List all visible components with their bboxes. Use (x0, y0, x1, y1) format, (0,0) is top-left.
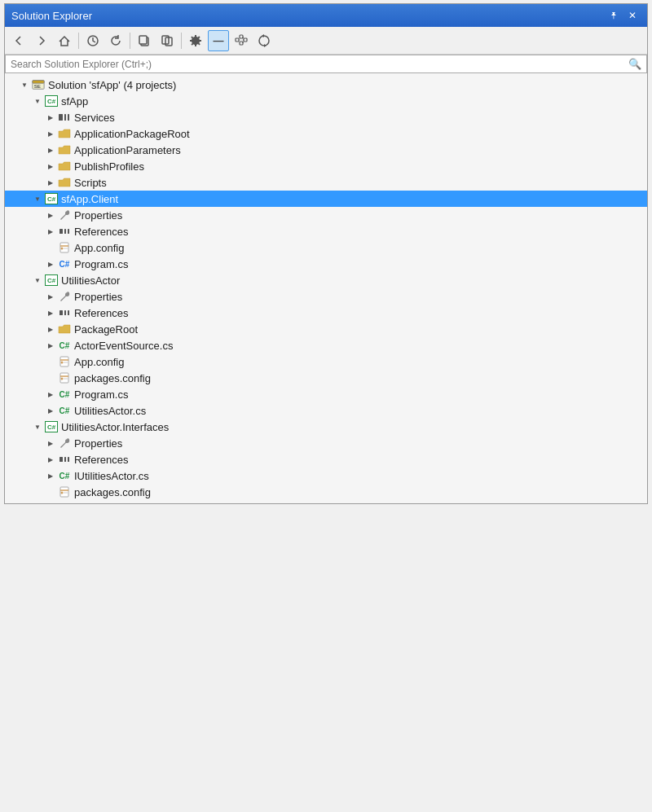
tree-item-sfapp-client-programcs[interactable]: ▶ C# Program.cs (5, 256, 647, 272)
tree-item-utilitiesactor-appconfig[interactable]: App.config (5, 353, 647, 370)
wrench-icon-properties (57, 208, 72, 222)
tree-item-solution[interactable]: ▼ SE Solution 'sfApp' (4 projects) (5, 77, 647, 93)
svg-rect-17 (68, 229, 69, 234)
config-icon-ua-packagesconfig (57, 371, 72, 384)
expand-apppackageroot[interactable]: ▶ (44, 127, 57, 140)
expand-iutilitiesactorcs[interactable]: ▶ (44, 469, 57, 482)
tree-item-utilitiesactor-programcs[interactable]: ▶ C# Program.cs (5, 386, 647, 402)
settings-button[interactable] (185, 30, 206, 51)
svg-rect-7 (240, 42, 243, 45)
tree-container[interactable]: ▼ SE Solution 'sfApp' (4 projects) ▼ C# … (5, 73, 647, 503)
tree-item-utilitiesactor-interfaces[interactable]: ▼ C# UtilitiesActor.Interfaces (5, 419, 647, 435)
svg-rect-16 (64, 229, 66, 234)
expand-utilitiesactor-references[interactable]: ▶ (44, 306, 57, 319)
svg-rect-5 (236, 38, 239, 42)
tree-item-utilitiesactorcs[interactable]: ▶ C# UtilitiesActor.cs (5, 402, 647, 419)
expand-sfapp-client-properties[interactable]: ▶ (44, 208, 57, 222)
tree-item-actoreventsource[interactable]: ▶ C# ActorEventSource.cs (5, 337, 647, 353)
separator-1 (78, 33, 79, 49)
tree-item-uai-properties[interactable]: ▶ Properties (5, 435, 647, 451)
svg-rect-13 (64, 114, 66, 121)
expand-appparameters[interactable]: ▶ (44, 143, 57, 156)
config-icon-appconfig (57, 241, 72, 254)
expand-actoreventsource[interactable]: ▶ (44, 339, 57, 352)
tree-item-uai-references[interactable]: ▶ References (5, 451, 647, 467)
svg-rect-28 (64, 457, 66, 462)
svg-rect-2 (139, 36, 147, 44)
tree-item-iutilitiesactorcs[interactable]: ▶ C# IUtilitiesActor.cs (5, 467, 647, 484)
sfapp-icon: C# (44, 94, 59, 108)
tree-item-appparameters[interactable]: ▶ ApplicationParameters (5, 142, 647, 158)
expand-sfapp-client-references[interactable]: ▶ (44, 225, 57, 238)
utilitiesactor-interfaces-label: UtilitiesActor.Interfaces (61, 421, 169, 433)
expand-uai-references[interactable]: ▶ (44, 453, 57, 466)
expand-uai-properties[interactable]: ▶ (44, 437, 57, 450)
solution-label: Solution 'sfApp' (4 projects) (48, 79, 176, 91)
tree-item-utilitiesactor[interactable]: ▼ C# UtilitiesActor (5, 272, 647, 288)
expand-utilitiesactor-programcs[interactable]: ▶ (44, 388, 57, 401)
tree-item-services[interactable]: ▶ Services (5, 109, 647, 125)
config-icon-ua-appconfig (57, 355, 72, 368)
tree-item-sfapp-client[interactable]: ▼ C# sfApp.Client (5, 191, 647, 207)
expand-solution[interactable]: ▼ (18, 78, 31, 91)
separator-3 (181, 33, 182, 49)
tree-item-sfapp-client-properties[interactable]: ▶ Properties (5, 207, 647, 223)
home-button[interactable] (54, 30, 75, 51)
folder-icon-scripts (57, 176, 72, 189)
tree-item-utilitiesactor-packagesconfig[interactable]: packages.config (5, 370, 647, 386)
services-icon (57, 111, 72, 124)
tree-item-apppackageroot[interactable]: ▶ ApplicationPackageRoot (5, 125, 647, 142)
expand-sfapp-client-programcs[interactable]: ▶ (44, 257, 57, 270)
close-button[interactable]: ✕ (624, 8, 641, 23)
tree-item-utilitiesactor-packageroot[interactable]: ▶ PackageRoot (5, 321, 647, 337)
tree-item-sfapp[interactable]: ▼ C# sfApp (5, 93, 647, 109)
expand-utilitiesactor-packageroot[interactable]: ▶ (44, 323, 57, 336)
wrench-icon-uai-properties (57, 437, 72, 450)
search-input[interactable] (11, 59, 628, 70)
cs-green-icon-iutilitiesactorcs: C# (57, 469, 72, 482)
tree-item-utilitiesactor-references[interactable]: ▶ References (5, 305, 647, 321)
expand-utilitiesactor-interfaces[interactable]: ▼ (31, 420, 44, 433)
tree-item-scripts[interactable]: ▶ Scripts (5, 174, 647, 191)
utilitiesactor-icon: C# (44, 274, 59, 287)
title-bar-left: Solution Explorer (11, 10, 92, 22)
expand-sfapp[interactable]: ▼ (31, 94, 44, 108)
utilitiesactor-interfaces-icon: C# (44, 420, 59, 433)
utilitiesactor-packagesconfig-label: packages.config (74, 372, 151, 384)
expand-services[interactable]: ▶ (44, 111, 57, 124)
forward-button[interactable] (31, 30, 52, 51)
tree-item-uai-packagesconfig[interactable]: packages.config (5, 484, 647, 500)
utilitiesactor-appconfig-label: App.config (74, 356, 124, 368)
tree-item-sfapp-client-references[interactable]: ▶ References (5, 223, 647, 239)
history-button[interactable] (82, 30, 104, 51)
wrench-icon-ua-properties (57, 290, 72, 303)
svg-rect-21 (64, 310, 66, 315)
copy2-button[interactable] (156, 30, 178, 51)
utilitiesactor-label: UtilitiesActor (61, 274, 120, 287)
solution-icon: SE (31, 78, 46, 91)
filter-button[interactable]: — (208, 30, 229, 51)
expand-publishprofiles[interactable]: ▶ (44, 160, 57, 173)
tree-item-publishprofiles[interactable]: ▶ PublishProfiles (5, 158, 647, 174)
uai-references-label: References (74, 454, 128, 466)
apppackageroot-label: ApplicationPackageRoot (74, 128, 190, 140)
refresh-button[interactable] (105, 30, 126, 51)
pin-button[interactable]: 🖈 (605, 8, 623, 23)
expand-scripts[interactable]: ▶ (44, 176, 57, 189)
title-bar: Solution Explorer 🖈 ✕ (5, 4, 647, 27)
expand-utilitiesactor[interactable]: ▼ (31, 274, 44, 287)
sync-button[interactable] (253, 30, 275, 51)
search-bar[interactable]: 🔍 (5, 55, 647, 73)
folder-icon-packageroot (57, 323, 72, 336)
expand-sfapp-client[interactable]: ▼ (31, 192, 44, 205)
diagram-button[interactable] (231, 30, 252, 51)
copy-button[interactable] (134, 30, 155, 51)
svg-rect-14 (68, 114, 69, 121)
tree-item-sfapp-client-appconfig[interactable]: App.config (5, 239, 647, 256)
svg-rect-29 (68, 457, 69, 462)
expand-utilitiesactor-properties[interactable]: ▶ (44, 290, 57, 303)
tree-item-utilitiesactor-properties[interactable]: ▶ Properties (5, 288, 647, 305)
back-button[interactable] (8, 30, 29, 51)
folder-icon-appparameters (57, 143, 72, 156)
expand-utilitiesactorcs[interactable]: ▶ (44, 404, 57, 417)
